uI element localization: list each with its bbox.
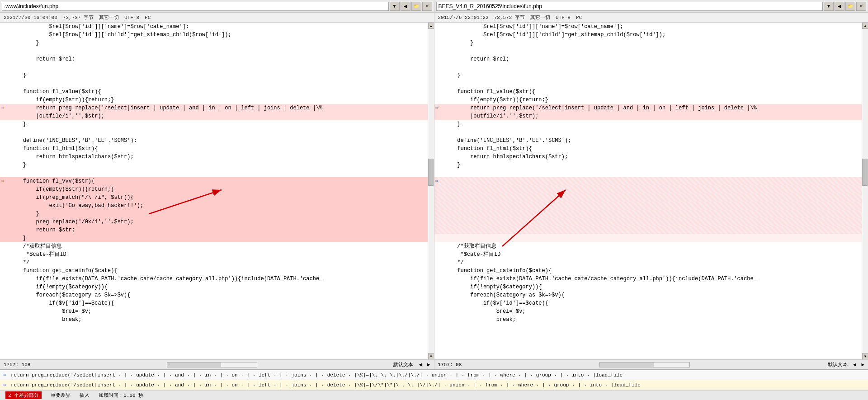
right-status-pane: 1757: 08 默认文本 ◀ ▶ bbox=[434, 361, 868, 368]
code-line: foreach($category as $k=>$v){ bbox=[0, 291, 428, 299]
code-line: return $rel; bbox=[434, 55, 862, 63]
code-line: if($v['id']==$cate){ bbox=[0, 299, 428, 307]
left-scroll-right-indicator: ◀ bbox=[419, 362, 422, 367]
code-text: */ bbox=[10, 259, 29, 266]
title-bar: ▼ ◀ 📁 ✕ ▼ ◀ 📁 ✕ bbox=[0, 0, 868, 13]
left-scroll-down[interactable]: ▼ bbox=[428, 353, 434, 359]
code-text: if(!empty($category)){ bbox=[444, 284, 542, 290]
code-line: return htmlspecialchars($str); bbox=[434, 153, 862, 161]
right-scrollbar[interactable]: ▲ ▼ bbox=[862, 23, 868, 359]
code-line bbox=[434, 210, 862, 218]
right-mode: 默认文本 bbox=[828, 361, 848, 368]
code-text: return preg_replace('/select|insert | up… bbox=[444, 105, 757, 111]
diff-lines-area: ⇒ return preg_replace('/select|insert · … bbox=[0, 369, 868, 390]
left-path-input[interactable] bbox=[2, 2, 389, 11]
left-dropdown-btn[interactable]: ▼ bbox=[390, 2, 400, 11]
left-date: 2021/7/30 16:04:00 bbox=[4, 15, 57, 20]
code-line: if($v['id']==$cate){ bbox=[434, 299, 862, 307]
right-scroll-up[interactable]: ▲ bbox=[862, 23, 868, 29]
right-lineending: PC bbox=[576, 15, 582, 20]
left-scroll-thumb[interactable] bbox=[428, 159, 434, 186]
code-line: define('INC_BEES','B'.'EE'.'SCMS'); bbox=[434, 136, 862, 145]
code-text: exit('Go away,bad hacker!!'); bbox=[10, 202, 143, 209]
code-line: } bbox=[434, 120, 862, 128]
right-nav-btn[interactable]: ◀ bbox=[835, 2, 844, 11]
left-scroll-indicator bbox=[36, 362, 388, 367]
code-text: function get_cateinfo($cate){ bbox=[444, 268, 552, 274]
code-text: |outfile/i','',$str); bbox=[444, 113, 539, 119]
left-status-bar: 1757: 108 默认文本 ◀ ▶ bbox=[0, 359, 434, 369]
code-text: /*获取栏目信息 bbox=[444, 243, 496, 249]
code-line: } bbox=[0, 210, 428, 218]
right-scroll-down[interactable]: ▼ bbox=[862, 353, 868, 359]
code-text: if(file_exists(DATA_PATH.'cache_cate/cac… bbox=[10, 276, 322, 282]
code-text: return $str; bbox=[10, 227, 75, 233]
code-line: |outfile/i','',$str); bbox=[434, 112, 862, 120]
code-line bbox=[0, 169, 428, 177]
code-text: *$cate-栏目ID bbox=[444, 251, 501, 258]
code-line: function fl_html($str){ bbox=[0, 145, 428, 153]
left-scroll-track[interactable] bbox=[428, 29, 434, 353]
code-text: /*获取栏目信息 bbox=[10, 243, 62, 249]
code-text: if($v['id']==$cate){ bbox=[10, 300, 114, 306]
right-path-input[interactable] bbox=[436, 2, 823, 11]
code-line: foreach($category as $k=>$v){ bbox=[434, 291, 862, 299]
code-text: $rel[$row['id']]['name']=$row['cate_name… bbox=[444, 24, 623, 30]
load-time-label: 加载时间：0.06 秒 bbox=[99, 392, 143, 399]
code-line: ⇒ return preg_replace('/select|insert | … bbox=[0, 104, 428, 112]
code-line: ⇒ bbox=[434, 177, 862, 185]
code-line: preg_replace('/0x/i','',$str); bbox=[0, 218, 428, 226]
code-line: $rel[$row['id']]['child']=get_sitemap_ch… bbox=[0, 31, 428, 39]
right-status-bar: 1757: 08 默认文本 ◀ ▶ bbox=[434, 359, 868, 369]
right-folder-btn[interactable]: 📁 bbox=[845, 2, 855, 11]
code-text: } bbox=[444, 121, 461, 127]
code-text: foreach($category as $k=>$v){ bbox=[444, 292, 565, 298]
code-text: } bbox=[444, 72, 461, 79]
left-scroll-up[interactable]: ▲ bbox=[428, 23, 434, 29]
right-scroll-left: ◀ bbox=[853, 362, 856, 367]
code-text: } bbox=[10, 211, 39, 217]
right-dropdown-btn[interactable]: ▼ bbox=[824, 2, 834, 11]
code-text: } bbox=[10, 40, 39, 46]
code-line: } bbox=[434, 161, 862, 169]
code-line: function fl_html($str){ bbox=[434, 145, 862, 153]
left-scrollbar[interactable]: ▲ ▼ bbox=[428, 23, 434, 359]
code-line: if(empty($str)){return;} bbox=[434, 96, 862, 104]
code-text: break; bbox=[10, 316, 81, 323]
code-line bbox=[434, 128, 862, 136]
code-text: function get_cateinfo($cate){ bbox=[10, 268, 118, 274]
right-scroll-thumb[interactable] bbox=[862, 159, 868, 186]
code-line: } bbox=[0, 71, 428, 80]
left-code-scroll[interactable]: $rel[$row['id']]['name']=$row['cate_name… bbox=[0, 23, 434, 359]
left-lineending: PC bbox=[145, 15, 151, 20]
code-line: *$cate-栏目ID bbox=[434, 250, 862, 259]
left-info-pane: 2021/7/30 16:04:00 73,737 字节 其它一切 UTF-8 … bbox=[0, 13, 434, 22]
code-text: } bbox=[10, 235, 26, 241]
left-size: 73,737 字节 bbox=[63, 14, 94, 21]
left-nav-btn[interactable]: ◀ bbox=[401, 2, 410, 11]
diff-line-row-2: ⇒ return preg_replace('/select|insert · … bbox=[0, 380, 868, 390]
code-line bbox=[0, 63, 428, 71]
code-line: exit('Go away,bad hacker!!'); bbox=[0, 202, 428, 210]
right-position: 1757: 08 bbox=[438, 362, 462, 367]
right-close-btn[interactable]: ✕ bbox=[856, 2, 866, 11]
code-text: function fl_vvv($str){ bbox=[10, 178, 94, 184]
right-scroll-track[interactable] bbox=[862, 29, 868, 353]
code-text: if(!empty($category)){ bbox=[10, 284, 108, 290]
code-text: define('INC_BEES','B'.'EE'.'SCMS'); bbox=[10, 137, 137, 144]
code-line: $rel[$row['id']]['name']=$row['cate_name… bbox=[434, 23, 862, 31]
code-text: if(empty($str)){return;} bbox=[444, 97, 548, 103]
code-line: if(!empty($category)){ bbox=[434, 283, 862, 291]
diff-line-row-1: ⇒ return preg_replace('/select|insert · … bbox=[0, 370, 868, 380]
left-charset: UTF-8 bbox=[124, 15, 139, 20]
code-line bbox=[434, 226, 862, 234]
code-text: $rel= $v; bbox=[10, 308, 91, 315]
left-close-btn[interactable]: ✕ bbox=[422, 2, 432, 11]
code-line: return htmlspecialchars($str); bbox=[0, 153, 428, 161]
left-folder-btn[interactable]: 📁 bbox=[411, 2, 421, 11]
diff-arrow-indicator: ⇒ bbox=[1, 177, 5, 185]
code-line: */ bbox=[0, 259, 428, 267]
code-text: return $rel; bbox=[444, 56, 509, 62]
right-code-scroll[interactable]: $rel[$row['id']]['name']=$row['cate_name… bbox=[434, 23, 868, 359]
right-info-pane: 2015/7/6 22:01:22 73,572 字节 其它一切 UTF-8 P… bbox=[434, 13, 868, 22]
